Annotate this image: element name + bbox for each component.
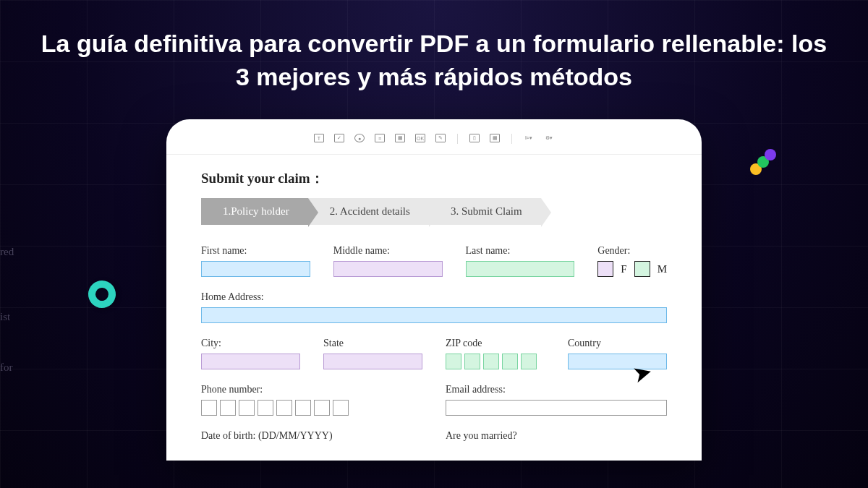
step-submit-claim[interactable]: 3. Submit Claim [429,198,541,225]
zip-digit-input[interactable] [502,354,518,369]
married-field: Are you married? [446,430,667,446]
gender-label: Gender: [597,245,667,257]
email-field: Email address: [446,384,667,416]
step-accident-details[interactable]: 2. Accident details [308,198,429,225]
zip-label: ZIP code [446,338,545,349]
svg-point-2 [765,149,776,160]
gender-m-checkbox[interactable] [634,261,650,277]
pdf-editor-window: T ✓ ● ≡ ▦ OK ✎ ▯ ▦ ⊫▾ ⚙▾ Submit your cla… [166,119,702,461]
last-name-field: Last name: [466,245,575,277]
phone-digit-input[interactable] [276,400,292,416]
bg-text-fragment: red [0,246,14,258]
state-input[interactable] [323,354,422,369]
city-label: City: [201,338,300,349]
phone-digit-input[interactable] [201,400,217,416]
checkbox-tool-icon[interactable]: ✓ [334,134,344,142]
form-title: Submit your claim： [201,169,667,188]
phone-digit-input[interactable] [239,400,255,416]
phone-digit-input[interactable] [220,400,236,416]
country-label: Country [568,338,667,349]
phone-digit-input[interactable] [258,400,273,416]
form-toolbar: T ✓ ● ≡ ▦ OK ✎ ▯ ▦ ⊫▾ ⚙▾ [166,131,702,155]
torus-decoration-icon [85,277,120,312]
last-name-label: Last name: [466,245,575,257]
signature-tool-icon[interactable]: ✎ [435,134,446,142]
phone-digit-input[interactable] [295,400,311,416]
page-tool-icon[interactable]: ▯ [469,134,480,142]
first-name-input[interactable] [201,261,310,277]
zip-digit-input[interactable] [446,354,461,369]
city-input[interactable] [201,354,300,369]
page-headline: La guía definitiva para convertir PDF a … [36,27,832,94]
list-tool-icon[interactable]: ≡ [375,134,385,142]
dropdown-tool-icon[interactable]: ▦ [395,134,405,142]
city-field: City: [201,338,300,369]
settings-tool-icon[interactable]: ⚙▾ [544,134,554,142]
gender-field: Gender: F M [597,245,667,277]
grid-tool-icon[interactable]: ▦ [490,134,500,142]
bg-text-fragment: ist [0,311,10,323]
zip-field: ZIP code [446,338,545,369]
middle-name-label: Middle name: [333,245,443,257]
bg-text-fragment: for [0,361,13,374]
align-tool-icon[interactable]: ⊫▾ [524,134,534,142]
step-policy-holder[interactable]: 1.Policy holder [201,198,308,225]
state-field: State [323,338,422,369]
home-address-label: Home Address: [201,291,667,303]
middle-name-field: Middle name: [333,245,443,277]
radio-tool-icon[interactable]: ● [354,134,365,142]
zip-digit-input[interactable] [464,354,480,369]
gender-f-label: F [621,263,626,275]
email-input[interactable] [446,400,667,416]
dob-field: Date of birth: (DD/MM/YYYY) [201,430,422,446]
married-label: Are you married? [446,430,667,442]
phone-digit-input[interactable] [333,400,349,416]
middle-name-input[interactable] [333,261,443,277]
phone-field: Phone number: [201,384,422,416]
progress-stepper: 1.Policy holder 2. Accident details 3. S… [201,198,667,225]
form-body: Submit your claim： 1.Policy holder 2. Ac… [166,155,702,446]
last-name-input[interactable] [466,261,575,277]
first-name-label: First name: [201,245,310,257]
state-label: State [323,338,422,349]
squiggle-decoration-icon [745,145,781,181]
text-field-tool-icon[interactable]: T [314,134,324,142]
email-label: Email address: [446,384,667,395]
toolbar-separator [511,134,512,144]
first-name-field: First name: [201,245,310,277]
gender-f-checkbox[interactable] [597,261,613,277]
phone-label: Phone number: [201,384,422,395]
gender-m-label: M [658,263,667,275]
phone-digit-input[interactable] [314,400,330,416]
home-address-input[interactable] [201,307,667,323]
toolbar-separator [457,134,458,144]
country-field: Country ➤ [568,338,667,369]
zip-digit-input[interactable] [483,354,499,369]
zip-digit-input[interactable] [521,354,537,369]
country-input[interactable] [568,354,667,369]
dob-label: Date of birth: (DD/MM/YYYY) [201,430,422,442]
button-tool-icon[interactable]: OK [415,134,425,142]
